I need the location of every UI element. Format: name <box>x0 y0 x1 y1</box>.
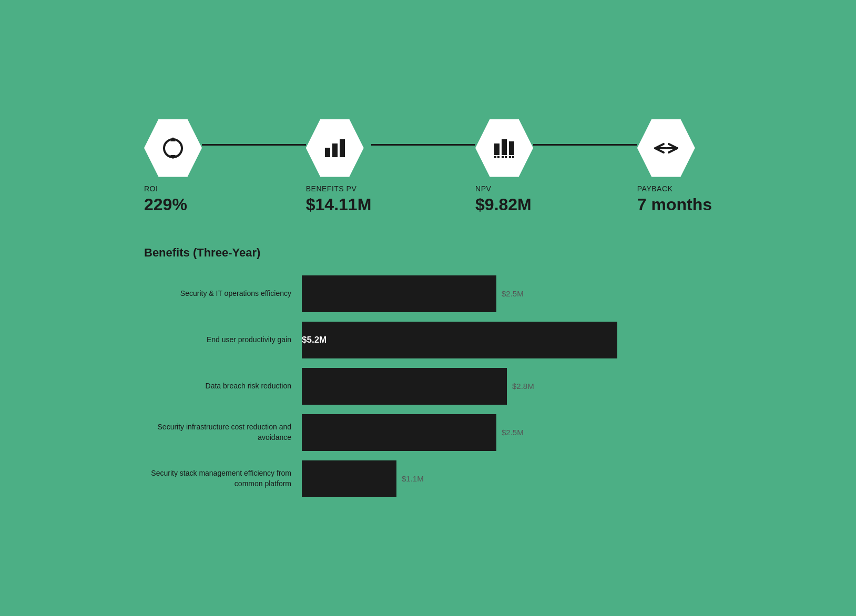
chart-label: Security infrastructure cost reduction a… <box>144 422 302 443</box>
bar-value-outside: $2.8M <box>512 382 534 391</box>
chart-label: Security & IT operations efficiency <box>144 289 302 299</box>
chart-row: Security & IT operations efficiency$2.5M <box>144 275 712 312</box>
roi-value: 229% <box>144 195 187 214</box>
benefits-title: Benefits (Three-Year) <box>144 246 712 260</box>
chart-row: Security infrastructure cost reduction a… <box>144 414 712 451</box>
bar-value-outside: $2.5M <box>502 428 524 437</box>
bar-value-inside: $5.2M <box>302 335 334 345</box>
hexagon-roi <box>144 119 202 177</box>
metric-benefits-pv: BENEFITS PV $14.11M <box>306 119 372 214</box>
hexagon-benefits-pv <box>306 119 364 177</box>
bar <box>302 275 496 312</box>
bar-value-outside: $2.5M <box>502 289 524 298</box>
payback-value: 7 months <box>637 195 712 214</box>
svg-rect-7 <box>509 141 514 155</box>
svg-rect-10 <box>502 156 504 158</box>
metrics-row: ROI 229% BENEFITS PV $14.11M <box>144 119 712 214</box>
bar-wrapper: $1.1M <box>302 460 712 497</box>
payback-label: PAYBACK <box>637 184 673 193</box>
chart-container: Security & IT operations efficiency$2.5M… <box>144 275 712 497</box>
metric-npv: NPV $9.82M <box>475 119 533 214</box>
chart-label: End user productivity gain <box>144 335 302 345</box>
hexagon-payback <box>637 119 695 177</box>
metric-roi: ROI 229% <box>144 119 202 214</box>
chart-row: Security stack management efficiency fro… <box>144 460 712 497</box>
bar-wrapper: $5.2M <box>302 322 712 358</box>
chart-row: End user productivity gain$5.2M <box>144 322 712 358</box>
chart-row: Data breach risk reduction$2.8M <box>144 368 712 405</box>
connector-2 <box>371 144 475 146</box>
connector-3 <box>533 144 637 146</box>
svg-rect-6 <box>502 139 507 155</box>
benefits-section: Benefits (Three-Year) Security & IT oper… <box>144 246 712 497</box>
bar <box>302 368 507 405</box>
npv-value: $9.82M <box>475 195 532 214</box>
svg-rect-12 <box>509 156 511 158</box>
bar: $5.2M <box>302 322 617 358</box>
connector-1 <box>202 144 306 146</box>
bar <box>302 414 496 451</box>
svg-rect-13 <box>512 156 514 158</box>
chart-label: Security stack management efficiency fro… <box>144 468 302 489</box>
roi-label: ROI <box>144 184 158 193</box>
bar <box>302 460 396 497</box>
bar-wrapper: $2.5M <box>302 414 712 451</box>
benefits-pv-label: BENEFITS PV <box>306 184 357 193</box>
chart-label: Data breach risk reduction <box>144 381 302 392</box>
svg-rect-8 <box>494 156 496 158</box>
main-container: ROI 229% BENEFITS PV $14.11M <box>113 98 743 518</box>
metric-payback: PAYBACK 7 months <box>637 119 712 214</box>
bar-wrapper: $2.8M <box>302 368 712 405</box>
svg-rect-3 <box>332 143 338 157</box>
hexagon-npv <box>475 119 533 177</box>
svg-rect-9 <box>497 156 500 158</box>
svg-rect-11 <box>505 156 507 158</box>
payback-icon <box>653 138 679 159</box>
benefits-pv-icon <box>323 136 347 160</box>
benefits-pv-value: $14.11M <box>306 195 372 214</box>
bar-wrapper: $2.5M <box>302 275 712 312</box>
svg-rect-2 <box>325 148 330 157</box>
npv-icon <box>492 136 516 160</box>
npv-label: NPV <box>475 184 491 193</box>
bar-value-outside: $1.1M <box>402 474 424 483</box>
svg-rect-4 <box>340 139 345 157</box>
roi-icon <box>161 136 185 160</box>
svg-rect-5 <box>494 143 500 155</box>
